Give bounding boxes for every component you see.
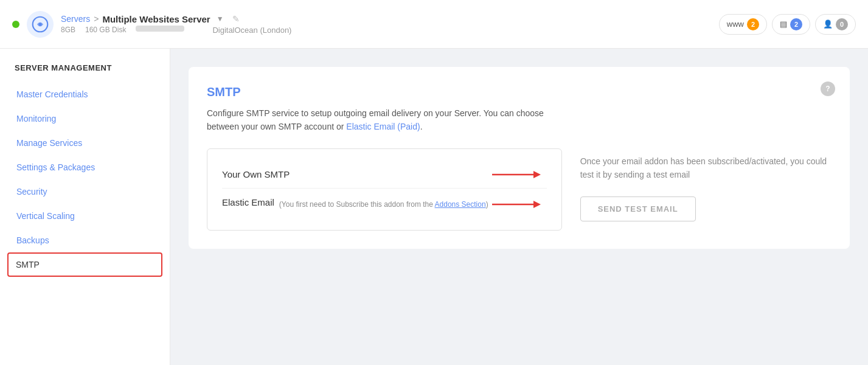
status-indicator [12, 21, 19, 28]
edit-server-icon[interactable]: ✎ [232, 14, 240, 24]
desc-text-2-prefix: between your own SMTP account or [207, 122, 346, 131]
svg-point-1 [38, 23, 41, 26]
www-icon: www [727, 19, 744, 29]
sidebar-item-smtp-box: SMTP [7, 252, 162, 277]
own-smtp-label[interactable]: Your Own SMTP [222, 169, 290, 179]
sidebar-item-security[interactable]: Security [0, 179, 170, 204]
app-logo [27, 11, 54, 38]
desc-text-1: Configure SMTP service to setup outgoing… [207, 108, 544, 118]
smtp-right-description: Once your email addon has been subscribe… [580, 155, 832, 182]
svg-marker-3 [533, 171, 541, 178]
smtp-card: ? SMTP Configure SMTP service to setup o… [189, 67, 850, 249]
breadcrumb-servers-link[interactable]: Servers [61, 14, 90, 24]
breadcrumb: Servers > Multiple Websites Server ▼ ✎ [61, 14, 291, 24]
users-badge-button[interactable]: 👤 0 [815, 14, 856, 35]
sidebar-item-manage-services[interactable]: Manage Services [0, 131, 170, 155]
files-icon: ▤ [780, 19, 787, 29]
send-test-email-button[interactable]: SEND TEST EMAIL [580, 196, 696, 221]
sidebar-item-settings-packages[interactable]: Settings & Packages [0, 155, 170, 179]
users-count: 0 [836, 18, 848, 30]
header: Servers > Multiple Websites Server ▼ ✎ 8… [0, 0, 868, 49]
desc-text-2-suffix: . [420, 122, 423, 131]
own-smtp-arrow [492, 167, 547, 182]
smtp-body: Your Own SMTP Elastic Email [207, 148, 832, 231]
breadcrumb-separator: > [94, 14, 99, 24]
header-left: Servers > Multiple Websites Server ▼ ✎ 8… [12, 11, 719, 38]
www-badge-button[interactable]: www 2 [719, 14, 767, 35]
addons-section-link[interactable]: Addons Section [435, 200, 486, 209]
smtp-option-own: Your Own SMTP [222, 161, 547, 189]
main-content: ? SMTP Configure SMTP service to setup o… [170, 49, 868, 365]
smtp-option-elastic: Elastic Email (You first need to Subscri… [222, 189, 547, 218]
server-ip-bar [136, 26, 184, 32]
www-count: 2 [747, 18, 759, 30]
sidebar-item-master-credentials[interactable]: Master Credentials [0, 82, 170, 106]
server-ram: 8GB [61, 26, 75, 35]
sidebar-item-smtp[interactable]: SMTP [16, 260, 154, 269]
server-meta: 8GB 160 GB Disk DigitalOcean (London) [61, 26, 291, 35]
elastic-email-option-label[interactable]: Elastic Email [222, 197, 274, 207]
sidebar-title: Server Management [0, 63, 170, 72]
breadcrumb-current-server: Multiple Websites Server [102, 14, 210, 24]
server-disk: 160 GB Disk [85, 26, 126, 35]
smtp-right-panel: Once your email addon has been subscribe… [580, 148, 832, 228]
elastic-email-link[interactable]: Elastic Email (Paid) [346, 122, 420, 131]
svg-marker-5 [533, 201, 541, 208]
elastic-subscription-note: (You first need to Subscribe this addon … [279, 200, 488, 209]
section-title: SMTP [207, 85, 832, 99]
sidebar: Server Management Master Credentials Mon… [0, 49, 170, 365]
sidebar-item-monitoring[interactable]: Monitoring [0, 106, 170, 131]
server-info: Servers > Multiple Websites Server ▼ ✎ 8… [61, 14, 291, 35]
main-layout: Server Management Master Credentials Mon… [0, 49, 868, 365]
sidebar-item-vertical-scaling[interactable]: Vertical Scaling [0, 204, 170, 228]
header-right: www 2 ▤ 2 👤 0 [719, 14, 856, 35]
smtp-options-panel: Your Own SMTP Elastic Email [207, 148, 562, 231]
section-description: Configure SMTP service to setup outgoing… [207, 106, 832, 134]
files-count: 2 [790, 18, 802, 30]
breadcrumb-dropdown-arrow[interactable]: ▼ [217, 15, 224, 23]
files-badge-button[interactable]: ▤ 2 [772, 14, 810, 35]
help-icon[interactable]: ? [821, 82, 835, 96]
server-provider: DigitalOcean (London) [212, 26, 291, 35]
sidebar-item-backups[interactable]: Backups [0, 228, 170, 252]
users-icon: 👤 [823, 19, 833, 29]
elastic-smtp-arrow [492, 197, 547, 212]
